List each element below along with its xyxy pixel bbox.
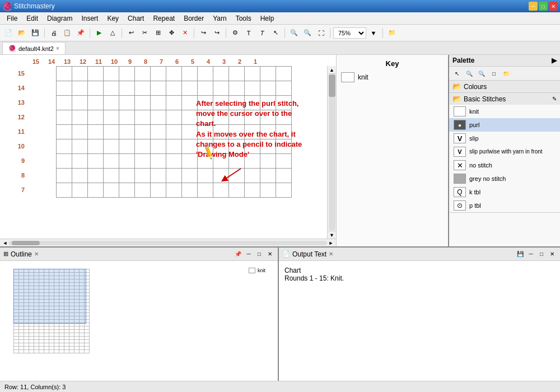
grid-cell[interactable] <box>151 125 166 139</box>
print-button[interactable]: 🖨 <box>48 27 60 39</box>
grid-cell[interactable] <box>260 154 276 169</box>
grid-cell[interactable] <box>260 96 276 110</box>
grid-cell[interactable] <box>72 183 88 198</box>
grid-cell[interactable] <box>213 81 229 96</box>
stitch-item-p-tbl[interactable]: ⊙ p tbl <box>449 199 560 212</box>
redo2-button[interactable]: ↪ <box>211 27 223 39</box>
grid-cell[interactable] <box>104 125 119 139</box>
scroll-up-button[interactable]: ▲ <box>328 66 336 74</box>
stitch-item-grey-no-stitch[interactable]: grey no stitch <box>449 172 560 185</box>
grid-cell[interactable] <box>182 96 198 110</box>
palette-expand-icon[interactable]: ▶ <box>552 57 557 64</box>
stitch-item-knit[interactable]: knit <box>449 105 560 118</box>
grid-cell[interactable] <box>104 154 119 169</box>
grid-cell[interactable] <box>166 96 182 110</box>
grid-cell[interactable] <box>166 139 182 154</box>
grid-cell[interactable] <box>213 110 229 125</box>
grid-cell[interactable] <box>245 81 260 96</box>
grid-cell[interactable] <box>88 110 104 125</box>
grid-cell[interactable] <box>198 154 213 169</box>
zoom-in-button[interactable]: 🔍 <box>301 27 314 39</box>
grid-cell[interactable] <box>213 183 229 198</box>
grid-cell[interactable] <box>72 169 88 183</box>
grid-cell[interactable] <box>104 139 119 154</box>
grid-cell[interactable] <box>88 81 104 96</box>
stitch-item-slip-purlwise[interactable]: V slip purlwise with yarn in front <box>449 145 560 158</box>
grid-cell[interactable] <box>72 139 88 154</box>
open-button[interactable]: 📂 <box>16 27 28 39</box>
grid-cell[interactable] <box>198 169 213 183</box>
menu-file[interactable]: File <box>2 13 22 24</box>
basic-stitches-edit-icon[interactable]: ✎ <box>552 96 557 102</box>
grid-cell[interactable] <box>151 110 166 125</box>
grid-cell[interactable] <box>229 169 245 183</box>
grid-cell[interactable] <box>166 125 182 139</box>
font-button[interactable]: T <box>256 27 268 39</box>
paste-button[interactable]: 📌 <box>74 27 87 39</box>
outline-close-icon[interactable]: ✕ <box>34 251 39 257</box>
save-button[interactable]: 💾 <box>29 27 41 39</box>
grid-cell[interactable] <box>229 139 245 154</box>
stitch-item-k-tbl[interactable]: Q k tbl <box>449 185 560 199</box>
grid-cell[interactable] <box>119 81 135 96</box>
palette-rect-btn[interactable]: □ <box>488 68 500 79</box>
grid-cell[interactable] <box>260 139 276 154</box>
grid-cell[interactable] <box>88 139 104 154</box>
grid-cell[interactable] <box>260 81 276 96</box>
basic-stitches-header[interactable]: 📂 Basic Stitches ✎ <box>449 93 560 105</box>
grid-cell[interactable] <box>57 139 72 154</box>
grid-cell[interactable] <box>88 125 104 139</box>
scroll-down-button[interactable]: ▼ <box>328 231 336 239</box>
close-button[interactable]: ✕ <box>549 2 558 11</box>
grid-cell[interactable] <box>119 139 135 154</box>
grid-cell[interactable] <box>198 183 213 198</box>
grid-cell[interactable] <box>245 125 260 139</box>
grid-cell[interactable] <box>88 154 104 169</box>
chart-grid[interactable] <box>56 66 292 198</box>
grid-cell[interactable] <box>72 125 88 139</box>
vertical-scrollbar[interactable]: ▲ ▼ <box>327 66 336 239</box>
output-maximize-btn[interactable]: □ <box>537 250 546 259</box>
grid-cell[interactable] <box>245 110 260 125</box>
grid-cell[interactable] <box>57 96 72 110</box>
grid-cell[interactable] <box>245 96 260 110</box>
cursor-button[interactable]: ↖ <box>269 27 282 39</box>
grid-cell[interactable] <box>229 183 245 198</box>
grid-cell[interactable] <box>260 169 276 183</box>
grid-cell[interactable] <box>151 67 166 81</box>
grid-cell[interactable] <box>57 154 72 169</box>
grid-cell[interactable] <box>166 67 182 81</box>
grid-cell[interactable] <box>182 110 198 125</box>
grid-cell[interactable] <box>229 125 245 139</box>
undo-button[interactable]: ↩ <box>125 27 137 39</box>
grid-cell[interactable] <box>135 139 151 154</box>
grid-cell[interactable] <box>182 67 198 81</box>
grid-cell[interactable] <box>198 110 213 125</box>
grid-cell[interactable] <box>72 67 88 81</box>
grid-cell[interactable] <box>57 125 72 139</box>
grid-cell[interactable] <box>135 183 151 198</box>
move-button[interactable]: ✥ <box>165 27 178 39</box>
grid-cell[interactable] <box>88 183 104 198</box>
grid-cell[interactable] <box>72 154 88 169</box>
horizontal-scrollbar[interactable]: ◄ ► <box>0 239 336 246</box>
grid-cell[interactable] <box>57 169 72 183</box>
grid-cell[interactable] <box>104 67 119 81</box>
grid-cell[interactable] <box>276 154 292 169</box>
scroll-thumb-h[interactable] <box>12 241 40 245</box>
output-close-icon[interactable]: ✕ <box>329 251 333 257</box>
grid-cell[interactable] <box>276 125 292 139</box>
grid-cell[interactable] <box>88 169 104 183</box>
palette-cursor-btn[interactable]: ↖ <box>451 68 463 79</box>
grid-cell[interactable] <box>213 67 229 81</box>
grid-cell[interactable] <box>182 125 198 139</box>
file-tab[interactable]: 🧶 default4.knt2 × <box>2 42 66 54</box>
cut-button[interactable]: ✂ <box>138 27 151 39</box>
grid-cell[interactable] <box>104 96 119 110</box>
grid-cell[interactable] <box>72 96 88 110</box>
zoom-out-button[interactable]: 🔍 <box>288 27 300 39</box>
menu-diagram[interactable]: Diagram <box>43 13 77 24</box>
grid-cell[interactable] <box>229 154 245 169</box>
grid-cell[interactable] <box>151 81 166 96</box>
grid-cell[interactable] <box>182 139 198 154</box>
